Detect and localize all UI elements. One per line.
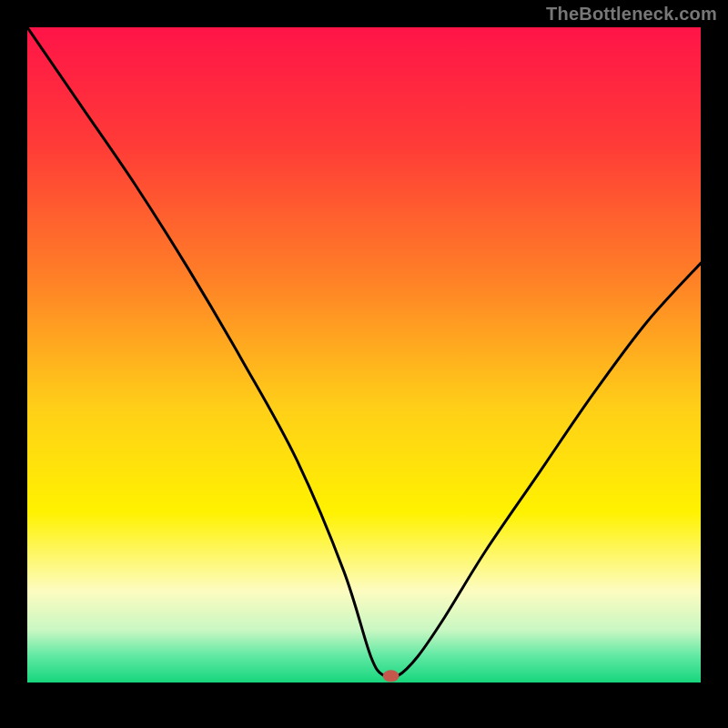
optimal-marker <box>383 670 399 682</box>
watermark-text: TheBottleneck.com <box>546 4 717 25</box>
chart-svg <box>27 27 701 682</box>
gradient-background <box>27 27 701 682</box>
chart-container: TheBottleneck.com <box>0 0 728 728</box>
plot-area <box>27 27 701 682</box>
